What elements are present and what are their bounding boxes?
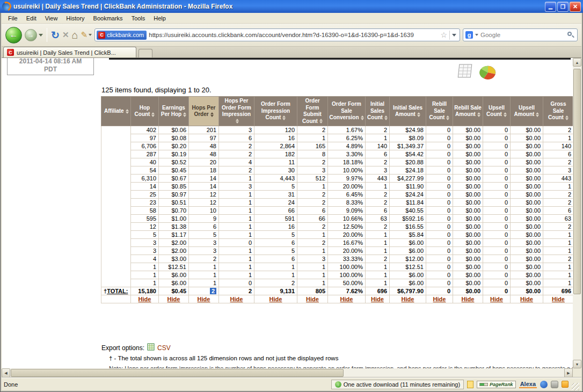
column-header[interactable]: Upsell Amount <box>511 97 543 126</box>
pie-chart-view-icon[interactable] <box>478 64 498 84</box>
edit-pencil-icon[interactable] <box>81 30 88 40</box>
scroll-down-button[interactable] <box>573 360 581 368</box>
column-header[interactable]: Hops Per Order Form Impression <box>219 97 254 126</box>
scroll-up-button[interactable] <box>573 58 581 67</box>
csv-export-link[interactable]: CSV <box>157 344 171 352</box>
tab-stub[interactable] <box>139 49 152 57</box>
column-header[interactable]: Hops Per Order <box>189 97 219 126</box>
alexa-widget[interactable]: Alexa <box>519 381 537 388</box>
hide-column-link[interactable]: Hide <box>306 296 319 302</box>
table-cell: $11.90 <box>390 183 426 191</box>
hide-column-link[interactable]: Hide <box>462 296 475 302</box>
hide-column-link[interactable]: Hide <box>433 296 446 302</box>
table-cell: 0 <box>483 271 511 279</box>
site-identity-chip[interactable]: clickbank.com <box>97 31 147 40</box>
tab-daily-sales-trend[interactable]: usuireiki | Daily Sales Trend | ClickB..… <box>3 47 136 57</box>
column-header[interactable]: Initial Sales Count <box>366 97 390 126</box>
column-header[interactable]: Initial Sales Amount <box>390 97 426 126</box>
bookmark-star-icon[interactable] <box>440 31 447 39</box>
total-label[interactable]: †TOTAL: <box>101 287 131 295</box>
menu-file[interactable]: File <box>4 13 22 23</box>
table-cell: $0.45 <box>159 166 189 175</box>
url-input[interactable]: https://usuireiki.accounts.clickbank.com… <box>149 32 438 38</box>
menu-tools[interactable]: Tools <box>127 13 150 23</box>
table-cell: 1 <box>219 215 254 223</box>
close-button[interactable] <box>570 2 581 12</box>
url-bar[interactable]: clickbank.com https://usuireiki.accounts… <box>94 28 460 41</box>
hide-column-link[interactable]: Hide <box>230 296 243 302</box>
vertical-scroll-thumb[interactable] <box>573 69 581 294</box>
hide-column-link[interactable]: Hide <box>198 296 210 302</box>
column-header[interactable]: Earnings Per Hop <box>159 97 189 126</box>
table-cell: 0 <box>426 150 453 158</box>
search-input[interactable]: Google <box>480 32 565 38</box>
pagerank-widget[interactable]: PageRank <box>477 381 516 388</box>
resize-grip[interactable] <box>572 383 579 390</box>
horizontal-scrollbar[interactable] <box>2 368 573 378</box>
table-cell: 0 <box>219 239 254 247</box>
url-history-dropdown-icon[interactable] <box>449 31 458 40</box>
search-icon[interactable] <box>567 32 574 39</box>
column-header[interactable]: Order Form Sale Conversion <box>328 97 366 126</box>
hide-column-link[interactable]: Hide <box>139 296 151 302</box>
hide-column-link[interactable]: Hide <box>552 296 565 302</box>
column-header[interactable]: Affiliate <box>101 97 131 126</box>
table-row: 14$0.851435120.00%1$11.900$0.000$0.001 <box>101 183 573 191</box>
table-row: 97$0.089761616.25%1$8.090$0.000$0.001 <box>101 134 573 142</box>
history-dropdown-icon[interactable] <box>39 34 43 37</box>
back-button[interactable] <box>5 27 22 43</box>
vertical-scrollbar[interactable] <box>573 58 581 368</box>
maximize-button[interactable] <box>557 2 569 12</box>
table-cell: $0.00 <box>511 199 543 207</box>
hide-column-link[interactable]: Hide <box>520 296 533 302</box>
table-cell: 18.18% <box>328 158 366 166</box>
menu-help[interactable]: Help <box>149 13 170 23</box>
table-cell: $1,349.37 <box>390 142 426 150</box>
column-header[interactable]: Order Form Impression Count <box>254 97 297 126</box>
menu-history[interactable]: History <box>62 13 89 23</box>
table-cell: 2 <box>543 158 573 166</box>
status-icon-gear[interactable] <box>551 381 558 388</box>
forward-button[interactable] <box>25 29 37 41</box>
status-icon-blue[interactable] <box>540 381 548 388</box>
spreadsheet-view-icon[interactable] <box>457 63 473 81</box>
download-status-panel[interactable]: One active download (11 minutes remainin… <box>331 380 464 389</box>
table-cell: 4 <box>131 255 159 263</box>
note-page-icon[interactable] <box>467 381 473 388</box>
hide-column-link[interactable]: Hide <box>402 296 414 302</box>
hide-column-link[interactable]: Hide <box>269 296 282 302</box>
hide-column-link[interactable]: Hide <box>371 296 384 302</box>
minimize-button[interactable] <box>545 2 556 12</box>
sort-icon <box>319 119 323 124</box>
hide-column-link[interactable]: Hide <box>490 296 503 302</box>
home-button[interactable] <box>72 30 78 40</box>
status-icon-orange[interactable] <box>562 381 569 388</box>
column-header[interactable]: Rebill Sale Count <box>426 97 453 126</box>
refresh-button[interactable] <box>51 30 60 40</box>
stop-button[interactable] <box>62 30 69 40</box>
horizontal-scroll-thumb[interactable] <box>11 369 344 377</box>
table-cell: 100.00% <box>328 263 366 271</box>
hide-column-link[interactable]: Hide <box>340 296 353 302</box>
table-cell: 20.00% <box>328 231 366 239</box>
table-cell: $0.00 <box>453 199 483 207</box>
column-header[interactable]: Order Form Submit Count <box>297 97 328 126</box>
menu-edit[interactable]: Edit <box>22 13 41 23</box>
search-engine-dropdown-icon[interactable] <box>475 34 478 36</box>
search-bar[interactable]: Google <box>463 28 578 41</box>
table-cell: $0.00 <box>511 247 543 255</box>
menu-view[interactable]: View <box>41 13 62 23</box>
column-header[interactable]: Rebill Sale Amount <box>453 97 483 126</box>
column-header[interactable]: Hop Count <box>131 97 159 126</box>
menu-bookmarks[interactable]: Bookmarks <box>89 13 127 23</box>
table-cell: $0.00 <box>453 279 483 287</box>
table-cell: 1 <box>189 279 219 287</box>
scroll-right-button[interactable] <box>564 368 573 378</box>
table-cell: 165 <box>297 142 328 150</box>
scroll-left-button[interactable] <box>2 368 10 378</box>
hide-column-link[interactable]: Hide <box>167 296 180 302</box>
download-icon <box>335 381 341 388</box>
edit-dropdown-icon[interactable] <box>89 34 92 36</box>
column-header[interactable]: Upsell Count <box>483 97 511 126</box>
column-header[interactable]: Gross Sale Count <box>543 97 573 126</box>
